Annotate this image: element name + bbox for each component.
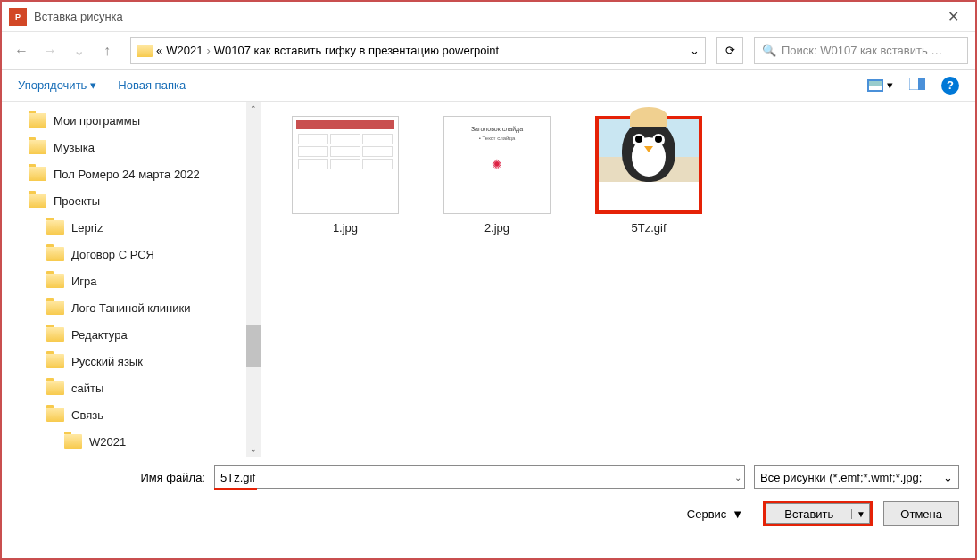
folder-icon (29, 113, 46, 128)
chevron-down-icon: ⌄ (943, 471, 953, 484)
filename-input[interactable] (214, 465, 745, 489)
sidebar-item[interactable]: Русский язык (29, 348, 261, 375)
file-item[interactable]: 1.jpg (278, 116, 412, 235)
sidebar-item[interactable]: Мои программы (29, 107, 261, 134)
scroll-up-icon[interactable]: ⌃ (246, 102, 261, 116)
sidebar-item[interactable]: Проекты (29, 187, 261, 214)
folder-icon (46, 301, 64, 315)
close-icon[interactable]: ✕ (939, 8, 968, 25)
search-input[interactable]: 🔍 Поиск: W0107 как вставить … (754, 37, 968, 64)
sidebar-item-label: Русский язык (71, 355, 143, 368)
sidebar-item[interactable]: Редактура (29, 321, 261, 348)
sidebar-item[interactable]: Связь (29, 401, 261, 428)
organize-label: Упорядочить (18, 78, 87, 92)
file-item[interactable]: Заголовок слайда• Текст слайда✺2.jpg (430, 116, 564, 235)
chevron-down-icon: ▼ (732, 507, 743, 521)
folder-icon (46, 247, 64, 261)
svg-rect-4 (918, 78, 925, 90)
insert-label: Вставить (766, 507, 851, 521)
bottom-panel: Имя файла: ⌄ Все рисунки (*.emf;*.wmf;*.… (2, 457, 975, 535)
cancel-button[interactable]: Отмена (883, 501, 959, 526)
file-type-filter[interactable]: Все рисунки (*.emf;*.wmf;*.jpg; ⌄ (754, 465, 959, 489)
sidebar: Мои программыМузыкаПол Ромеро 24 марта 2… (2, 102, 261, 457)
folder-icon (137, 45, 153, 57)
folder-icon (46, 381, 64, 395)
sidebar-item[interactable]: Игра (29, 268, 261, 294)
breadcrumb-item[interactable]: W2021 (166, 44, 203, 57)
folder-icon (29, 167, 46, 181)
sidebar-item-label: Лого Таниной клиники (71, 301, 190, 315)
file-list: 1.jpgЗаголовок слайда• Текст слайда✺2.jp… (261, 102, 975, 457)
sidebar-item-label: Пол Ромеро 24 марта 2022 (54, 168, 200, 181)
scrollbar-thumb[interactable] (246, 325, 261, 367)
service-button[interactable]: Сервис ▼ (687, 507, 743, 521)
organize-button[interactable]: Упорядочить ▾ (18, 78, 96, 92)
sidebar-item-label: Связь (71, 408, 103, 422)
preview-icon (909, 78, 925, 90)
sidebar-item-label: Проекты (54, 194, 100, 208)
help-icon[interactable]: ? (941, 77, 959, 95)
breadcrumb-item[interactable]: W0107 как вставить гифку в презентацию p… (214, 44, 499, 57)
chevron-down-icon: ▾ (887, 78, 893, 92)
toolbar: Упорядочить ▾ Новая папка ▾ ? (2, 70, 975, 102)
file-item[interactable]: 5Tz.gif (582, 116, 716, 235)
file-thumbnail[interactable] (595, 116, 702, 214)
sidebar-item-label: W2021 (89, 435, 126, 449)
window-title: Вставка рисунка (34, 10, 939, 23)
svg-rect-2 (869, 81, 882, 86)
breadcrumb[interactable]: « W2021 › W0107 как вставить гифку в пре… (130, 37, 706, 64)
title-bar: P Вставка рисунка ✕ (2, 2, 975, 32)
highlight-underline (214, 488, 257, 490)
folder-icon (46, 220, 64, 235)
service-label: Сервис (687, 507, 727, 521)
folder-icon (29, 194, 46, 208)
filename-label: Имя файла: (18, 471, 205, 484)
folder-icon (46, 327, 64, 342)
scroll-down-icon[interactable]: ⌄ (246, 442, 261, 457)
file-thumbnail[interactable]: Заголовок слайда• Текст слайда✺ (443, 116, 551, 214)
search-icon: 🔍 (762, 44, 776, 57)
insert-button[interactable]: Вставить ▼ (763, 501, 873, 526)
sidebar-item-label: Мои программы (54, 114, 140, 128)
nav-back-icon[interactable]: ← (9, 38, 34, 63)
nav-bar: ← → ⌄ ↑ « W2021 › W0107 как вставить гиф… (2, 32, 975, 70)
nav-forward-icon[interactable]: → (37, 38, 62, 63)
sidebar-item[interactable]: Пол Ромеро 24 марта 2022 (29, 161, 261, 187)
sidebar-item-label: Музыка (54, 141, 95, 154)
chevron-down-icon[interactable]: ▼ (851, 509, 869, 519)
file-name-label: 2.jpg (430, 221, 564, 235)
file-name-label: 1.jpg (278, 221, 412, 235)
refresh-button[interactable]: ⟳ (716, 37, 743, 64)
chevron-down-icon: ▾ (90, 78, 96, 92)
chevron-down-icon[interactable]: ⌄ (734, 473, 741, 482)
main-area: Мои программыМузыкаПол Ромеро 24 марта 2… (2, 102, 975, 457)
sidebar-item[interactable]: Lepriz (29, 214, 261, 241)
sidebar-item-label: сайты (71, 382, 103, 395)
new-folder-button[interactable]: Новая папка (118, 78, 186, 92)
app-icon: P (9, 8, 27, 26)
filter-label: Все рисунки (*.emf;*.wmf;*.jpg; (760, 471, 922, 484)
sidebar-item-label: Lepriz (71, 221, 103, 235)
folder-icon (46, 408, 64, 422)
sidebar-item[interactable]: W2021 (29, 428, 261, 455)
sidebar-item[interactable]: Лого Таниной клиники (29, 294, 261, 321)
folder-icon (46, 354, 64, 368)
preview-pane-button[interactable] (909, 78, 925, 93)
view-mode-button[interactable]: ▾ (867, 78, 893, 92)
sidebar-item-label: Редактура (71, 328, 128, 342)
folder-icon (29, 140, 46, 154)
chevron-down-icon[interactable]: ⌄ (690, 44, 700, 57)
breadcrumb-prefix: « (156, 44, 162, 57)
nav-up-icon[interactable]: ↑ (95, 38, 120, 63)
scrollbar-track[interactable] (246, 102, 261, 457)
thumbnails-icon (867, 79, 883, 92)
file-thumbnail[interactable] (292, 116, 399, 214)
search-placeholder: Поиск: W0107 как вставить … (782, 44, 942, 57)
sidebar-item[interactable]: Договор С РСЯ (29, 241, 261, 268)
sidebar-item-label: Игра (71, 275, 97, 288)
sidebar-item[interactable]: Музыка (29, 134, 261, 161)
file-name-label: 5Tz.gif (582, 221, 716, 235)
nav-recent-icon[interactable]: ⌄ (66, 38, 91, 63)
sidebar-item-label: Договор С РСЯ (71, 248, 154, 261)
sidebar-item[interactable]: сайты (29, 375, 261, 401)
